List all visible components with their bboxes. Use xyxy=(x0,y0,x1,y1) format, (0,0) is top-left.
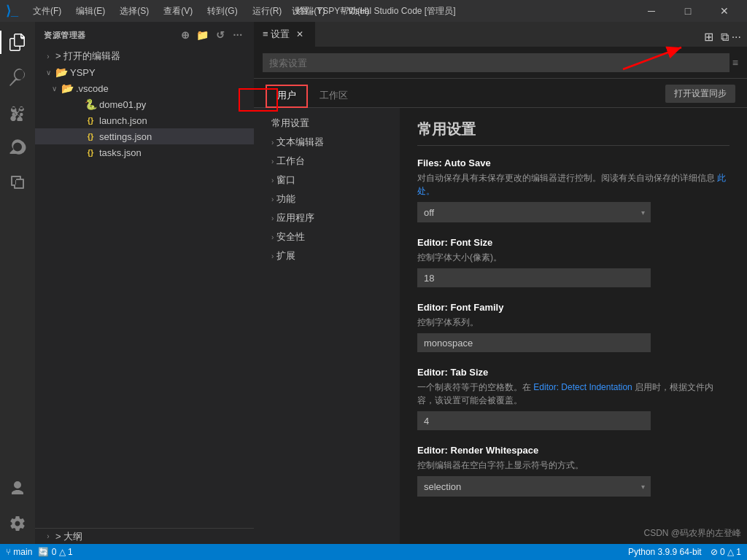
nav-features[interactable]: › 功能 xyxy=(254,190,400,209)
activity-extensions[interactable] xyxy=(0,165,35,200)
tasks-json-icon: {} xyxy=(85,148,96,157)
open-editors-label: > 打开的编辑器 xyxy=(55,50,120,63)
settings-main: 常用设置 Files: Auto Save 对自动保存具有未保存更改的编辑器进行… xyxy=(400,108,747,544)
tab-size-input[interactable] xyxy=(417,411,651,430)
more-actions-icon[interactable]: ··· xyxy=(732,31,741,44)
nav-text-arrow: › xyxy=(271,139,274,147)
nav-window-arrow: › xyxy=(271,176,274,184)
nav-extensions-arrow: › xyxy=(271,252,274,260)
activity-settings[interactable] xyxy=(0,506,35,541)
outline-section[interactable]: › > 大纲 xyxy=(35,528,254,544)
menu-view[interactable]: 查看(V) xyxy=(158,4,198,19)
nav-features-arrow: › xyxy=(271,195,274,203)
window-controls: ─ □ ✕ xyxy=(635,0,741,22)
setting-font-family-desc: 控制字体系列。 xyxy=(417,316,729,329)
activity-search[interactable] xyxy=(0,60,35,95)
nav-security[interactable]: › 安全性 xyxy=(254,228,400,246)
menu-select[interactable]: 选择(S) xyxy=(114,4,155,19)
vscode-folder-label: .vscode xyxy=(76,83,109,94)
branch-status[interactable]: ⑂ main xyxy=(6,547,32,557)
file-launch[interactable]: {} launch.json xyxy=(35,112,254,128)
setting-tab-size-title: Editor: Tab Size xyxy=(417,367,729,378)
settings-json-icon: {} xyxy=(85,132,96,141)
setting-tab-size-desc: 一个制表符等于的空格数。在 Editor: Detect Indentation… xyxy=(417,381,729,407)
activity-source-control[interactable] xyxy=(0,95,35,130)
nav-security-label: 安全性 xyxy=(276,230,305,244)
render-whitespace-select[interactable]: none boundary selection trailing all xyxy=(417,476,651,497)
auto-save-select[interactable]: off afterDelay onFocusChange onWindowCha… xyxy=(417,202,651,222)
file-tasks[interactable]: {} tasks.json xyxy=(35,144,254,160)
setting-render-whitespace-title: Editor: Render Whitespace xyxy=(417,445,729,456)
menu-edit[interactable]: 编辑(E) xyxy=(70,4,111,19)
menu-file[interactable]: 文件(F) xyxy=(27,4,67,19)
file-settings[interactable]: {} settings.json xyxy=(35,128,254,144)
auto-save-select-wrapper: off afterDelay onFocusChange onWindowCha… xyxy=(417,202,651,222)
nav-security-arrow: › xyxy=(271,233,274,241)
nav-text-editor[interactable]: › 文本编辑器 xyxy=(254,133,400,152)
menu-goto[interactable]: 转到(G) xyxy=(201,4,243,19)
sidebar-title: 资源管理器 xyxy=(44,30,86,41)
activity-account[interactable] xyxy=(0,471,35,506)
launch-json-icon: {} xyxy=(85,116,96,125)
settings-tab-close[interactable]: ✕ xyxy=(294,28,306,40)
status-left: ⑂ main 🔄 0 △ 1 xyxy=(6,547,73,557)
open-sync-button[interactable]: 打开设置同步 xyxy=(665,85,735,103)
new-file-icon[interactable]: ⊕ xyxy=(178,28,193,42)
maximize-button[interactable]: □ xyxy=(671,0,705,22)
more-options-icon[interactable]: ··· xyxy=(231,28,245,42)
file-tasks-spacer xyxy=(73,149,82,157)
vscode-arrow: ∨ xyxy=(50,85,58,93)
sidebar: 资源管理器 ⊕ 📁 ↺ ··· › > 打开的编辑器 ∨ 📂 xyxy=(35,22,254,544)
vscode-folder[interactable]: ∨ 📂 .vscode xyxy=(35,80,254,96)
python-version-status[interactable]: Python 3.9.9 64-bit xyxy=(628,547,702,557)
search-settings-icon[interactable]: ≡ xyxy=(732,57,738,69)
detect-indentation-link[interactable]: Editor: Detect Indentation xyxy=(533,382,632,392)
file-dome01[interactable]: 🐍 dome01.py xyxy=(35,96,254,112)
vscode-logo: ⟩_ xyxy=(6,3,18,19)
settings-tabs: 用户 工作区 xyxy=(266,85,360,107)
file-dome01-label: dome01.py xyxy=(99,99,146,110)
open-editors-section[interactable]: › > 打开的编辑器 xyxy=(35,48,254,64)
auto-save-link[interactable]: 此处。 xyxy=(417,173,726,196)
font-family-input[interactable] xyxy=(417,333,651,352)
setting-render-whitespace-desc: 控制编辑器在空白字符上显示符号的方式。 xyxy=(417,459,729,472)
setting-font-size-title: Editor: Font Size xyxy=(417,237,729,248)
nav-application[interactable]: › 应用程序 xyxy=(254,209,400,228)
close-button[interactable]: ✕ xyxy=(708,0,741,22)
settings-body: 常用设置 › 文本编辑器 › 工作台 › 窗口 xyxy=(254,108,747,544)
user-tab[interactable]: 用户 xyxy=(266,85,308,108)
split-editor-icon[interactable]: ⧉ xyxy=(721,31,729,44)
activity-explorer[interactable] xyxy=(0,25,35,60)
nav-common[interactable]: 常用设置 xyxy=(254,114,400,133)
sync-status[interactable]: 🔄 0 △ 1 xyxy=(38,547,72,557)
new-folder-icon[interactable]: 📁 xyxy=(196,28,210,42)
open-settings-json-icon[interactable]: ⊞ xyxy=(700,27,718,47)
workspace-tab[interactable]: 工作区 xyxy=(308,85,360,108)
nav-window[interactable]: › 窗口 xyxy=(254,171,400,190)
setting-font-size: Editor: Font Size 控制字体大小(像素)。 xyxy=(417,237,729,287)
activity-debug[interactable] xyxy=(0,130,35,165)
setting-auto-save-desc: 对自动保存具有未保存更改的编辑器进行控制。阅读有关自动保存的详细信息 此处。 xyxy=(417,171,729,198)
font-size-input[interactable] xyxy=(417,268,651,287)
render-whitespace-select-wrapper: none boundary selection trailing all ▾ xyxy=(417,476,651,497)
nav-extensions[interactable]: › 扩展 xyxy=(254,246,400,265)
menu-run[interactable]: 运行(R) xyxy=(247,4,288,19)
settings-nav: 常用设置 › 文本编辑器 › 工作台 › 窗口 xyxy=(254,108,400,544)
refresh-icon[interactable]: ↺ xyxy=(213,28,228,42)
project-folder-icon: 📂 xyxy=(55,66,67,78)
settings-tab[interactable]: ≡ 设置 ✕ xyxy=(254,22,315,47)
editor-area: ≡ 设置 ✕ ⊞ ⧉ ··· ≡ xyxy=(254,22,747,544)
nav-text-label: 文本编辑器 xyxy=(276,136,324,149)
search-input[interactable] xyxy=(263,53,729,72)
open-editors-arrow: › xyxy=(44,52,53,61)
tab-bar: ≡ 设置 ✕ ⊞ ⧉ ··· xyxy=(254,22,747,47)
settings-section-title: 常用设置 xyxy=(417,120,729,146)
nav-workbench-label: 工作台 xyxy=(276,155,305,168)
nav-workbench[interactable]: › 工作台 xyxy=(254,152,400,171)
file-settings-spacer xyxy=(73,133,82,141)
outline-arrow: › xyxy=(44,532,53,540)
project-root[interactable]: ∨ 📂 YSPY xyxy=(35,64,254,80)
minimize-button[interactable]: ─ xyxy=(635,0,668,22)
project-name-label: YSPY xyxy=(70,67,96,78)
errors-status[interactable]: ⊘ 0 △ 1 xyxy=(711,547,741,557)
